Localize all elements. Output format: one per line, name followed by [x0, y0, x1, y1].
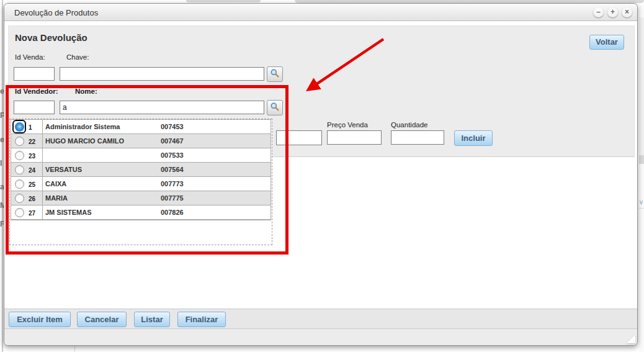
vendor-radio[interactable] [15, 165, 24, 174]
vendor-radio[interactable] [15, 179, 24, 189]
footer-bar: Excluir Item Cancelar Listar Finalizar [4, 309, 637, 329]
vendor-name: Administrador Sistema [45, 120, 120, 134]
vendor-name: JM SISTEMAS [45, 205, 92, 220]
background-text-fragment: I [0, 159, 2, 168]
vendor-code: 007467 [161, 134, 184, 148]
vendor-row[interactable]: 24 VERSATUS 007564 [11, 163, 271, 177]
vendor-id: 22 [29, 134, 35, 150]
search-icon [270, 68, 280, 80]
vendor-name: VERSATUS [45, 163, 82, 177]
background-window-fragment [186, 0, 261, 2]
id-vendedor-label: Id Vendedor: [15, 88, 58, 95]
quantidade-input[interactable] [391, 130, 444, 145]
vendor-id: 1 [29, 120, 32, 135]
vendor-row[interactable]: 26 MARIA 007775 [11, 191, 271, 205]
vendor-radio-selected[interactable] [15, 122, 24, 132]
voltar-button[interactable]: Voltar [589, 35, 624, 50]
maximize-button[interactable]: + [607, 7, 618, 17]
vendor-radio[interactable] [15, 151, 24, 160]
quantidade-label: Quantidade [391, 121, 427, 129]
chave-input[interactable] [60, 67, 264, 81]
vendor-radio[interactable] [15, 194, 24, 203]
vendor-dropdown-list: 1 Administrador Sistema 007453 22 HUGO M… [9, 119, 272, 245]
vendor-row[interactable]: 27 JM SISTEMAS 007826 [11, 205, 271, 220]
vendor-name: HUGO MARCIO CAMILO [45, 134, 124, 148]
page-title: Nova Devolução [15, 32, 87, 43]
vendor-code: 007564 [161, 163, 184, 177]
search-icon [270, 102, 280, 114]
vendor-id: 23 [29, 148, 35, 164]
vendor-code: 007826 [161, 205, 184, 220]
vendor-name: MARIA [45, 191, 68, 205]
dialog-title: Devolução de Produtos [14, 8, 98, 17]
vendor-code: 007533 [161, 148, 184, 163]
background-block [639, 17, 644, 155]
vendor-row[interactable]: 23 007533 [11, 148, 271, 163]
id-vendedor-input[interactable] [14, 101, 55, 114]
dialog-titlebar[interactable]: Devolução de Produtos – + × [4, 4, 637, 21]
background-line [639, 208, 644, 209]
vendor-id: 27 [29, 205, 35, 221]
vendor-rows: 1 Administrador Sistema 007453 22 HUGO M… [11, 119, 271, 220]
minimize-button[interactable]: – [593, 7, 604, 17]
window-controls: – + × [593, 7, 632, 17]
vendor-code: 007773 [161, 177, 184, 191]
background-line [74, 346, 75, 352]
vendor-name: CAIXA [45, 177, 66, 191]
nome-label: Nome: [75, 88, 97, 95]
preco-venda-label: Preço Venda [327, 121, 368, 129]
dialog-bottom-strip [4, 329, 637, 345]
id-venda-label: Id Venda: [15, 53, 45, 61]
background-window-fragment: v [639, 5, 644, 352]
vendor-radio[interactable] [15, 137, 24, 146]
excluir-item-button[interactable]: Excluir Item [9, 312, 71, 327]
finalizar-button[interactable]: Finalizar [177, 312, 226, 327]
vendor-row[interactable]: 1 Administrador Sistema 007453 [11, 120, 271, 134]
chave-search-button[interactable] [267, 66, 283, 82]
preco-venda-input[interactable] [327, 130, 382, 145]
vendor-radio[interactable] [15, 208, 24, 217]
vendor-row[interactable]: 25 CAIXA 007773 [11, 177, 271, 191]
vendor-id: 25 [29, 177, 35, 192]
nome-input[interactable] [60, 101, 264, 114]
vendor-id: 24 [29, 163, 35, 178]
vendor-code: 007453 [161, 120, 184, 134]
background-band [639, 155, 644, 164]
vendor-row[interactable]: 22 HUGO MARCIO CAMILO 007467 [11, 134, 271, 148]
vendor-code: 007775 [161, 191, 184, 205]
devolucao-dialog: Devolução de Produtos – + × Nova Devoluç… [4, 3, 638, 346]
vendor-id: 26 [29, 191, 35, 207]
resize-grip[interactable] [627, 335, 635, 343]
produto-input[interactable] [276, 130, 322, 145]
background-text-fragment: v [640, 199, 643, 205]
cancelar-button[interactable]: Cancelar [77, 312, 127, 327]
id-venda-input[interactable] [14, 67, 55, 81]
close-button[interactable]: × [622, 7, 632, 17]
nome-search-button[interactable] [267, 100, 283, 115]
chave-label: Chave: [66, 53, 89, 61]
screen: v e P e I a M F Devolução de Produtos – … [0, 0, 644, 352]
listar-button[interactable]: Listar [134, 312, 170, 327]
incluir-button[interactable]: Incluir [454, 130, 493, 146]
